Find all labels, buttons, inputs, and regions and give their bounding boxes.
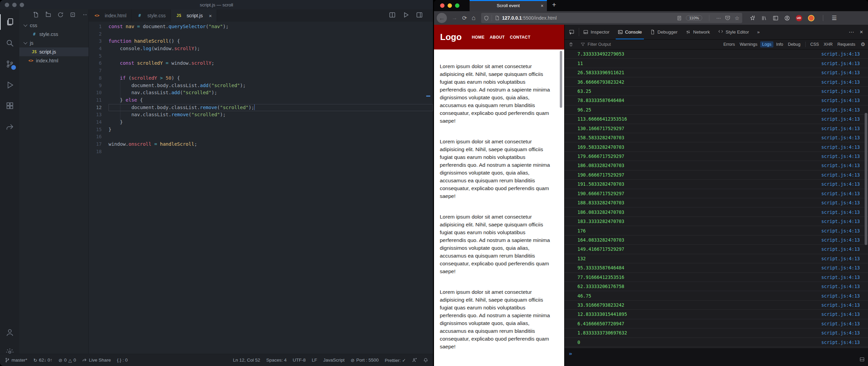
- log-source-link[interactable]: script.js:4:13: [821, 246, 868, 252]
- console-log-row[interactable]: 183.3333282470703script.js:4:13: [565, 217, 868, 226]
- layout-icon[interactable]: [416, 12, 423, 18]
- vscode-window-controls[interactable]: [5, 3, 24, 7]
- language-mode-status[interactable]: JavaScript: [323, 358, 344, 363]
- code-line-14[interactable]: 14 }: [89, 119, 433, 126]
- code-editor[interactable]: 1const nav = document.querySelector("nav…: [89, 22, 433, 354]
- encoding-status[interactable]: UTF-8: [293, 358, 305, 363]
- code-line-17[interactable]: 17window.onscroll = handleScroll;: [89, 141, 433, 148]
- run-debug-icon[interactable]: [0, 77, 19, 93]
- log-source-link[interactable]: script.js:4:13: [821, 265, 868, 270]
- menu-hamburger-icon[interactable]: ☰: [832, 15, 837, 22]
- console-log-row[interactable]: 113.66666412353516script.js:4:13: [565, 115, 868, 124]
- pick-element-icon[interactable]: [565, 25, 579, 39]
- console-log-row[interactable]: 158.5833282470703script.js:4:13: [565, 133, 868, 142]
- live-server-port-status[interactable]: ⊘ Port : 5500: [351, 358, 378, 363]
- filter-button-css[interactable]: CSS: [808, 41, 821, 47]
- filter-button-warnings[interactable]: Warnings: [737, 41, 759, 47]
- ublock-badge-icon[interactable]: UD: [796, 15, 802, 21]
- log-source-link[interactable]: script.js:4:13: [821, 163, 868, 168]
- explorer-icon[interactable]: [0, 14, 19, 30]
- new-file-icon[interactable]: [33, 12, 39, 18]
- console-log-row[interactable]: 7.333333492279053script.js:4:13: [565, 49, 868, 59]
- source-control-icon[interactable]: [0, 56, 19, 72]
- filter-button-debug[interactable]: Debug: [786, 41, 803, 47]
- refresh-explorer-icon[interactable]: [57, 12, 64, 18]
- split-console-icon[interactable]: [860, 357, 865, 363]
- console-log-row[interactable]: 36.66666793823242script.js:4:13: [565, 77, 868, 86]
- devtools-close-icon[interactable]: ✕: [860, 29, 863, 35]
- more-tools-chevron-icon[interactable]: »: [753, 25, 764, 39]
- log-source-link[interactable]: script.js:4:13: [821, 311, 868, 317]
- console-log-row[interactable]: 11script.js:4:13: [565, 59, 868, 68]
- collapse-folders-icon[interactable]: [70, 12, 76, 18]
- console-log-row[interactable]: 96.25script.js:4:13: [565, 105, 868, 115]
- code-line-3[interactable]: 3function handleScroll() {: [89, 38, 433, 45]
- site-nav-link-home[interactable]: HOME: [472, 35, 485, 40]
- log-source-link[interactable]: script.js:4:13: [821, 154, 868, 159]
- console-settings-gear-icon[interactable]: ⚙: [861, 41, 865, 47]
- log-source-link[interactable]: script.js:4:13: [821, 181, 868, 187]
- tree-item-script.js[interactable]: JSscript.js: [19, 47, 88, 56]
- code-line-9[interactable]: 9 document.body.classList.add("scrolled"…: [89, 82, 433, 89]
- console-log-row[interactable]: 33.91666793823242script.js:4:13: [565, 301, 868, 310]
- tab-close-icon[interactable]: ×: [209, 13, 212, 19]
- console-log-row[interactable]: 78.83333587646484script.js:4:13: [565, 96, 868, 105]
- devtools-meatball-menu-icon[interactable]: ⋯: [849, 29, 854, 35]
- reload-button[interactable]: ⟳: [462, 15, 467, 22]
- log-source-link[interactable]: script.js:4:13: [821, 274, 868, 280]
- reader-mode-icon[interactable]: [677, 16, 682, 21]
- log-source-link[interactable]: script.js:4:13: [821, 51, 868, 57]
- console-log-row[interactable]: 190.6666717529297script.js:4:13: [565, 189, 868, 198]
- code-line-7[interactable]: 7: [89, 67, 433, 75]
- tab-close-icon[interactable]: ×: [541, 3, 544, 8]
- new-folder-icon[interactable]: [45, 12, 52, 18]
- log-source-link[interactable]: script.js:4:13: [821, 126, 868, 131]
- log-source-link[interactable]: script.js:4:13: [821, 256, 868, 261]
- console-log-row[interactable]: 62.33333206176758script.js:4:13: [565, 282, 868, 291]
- log-source-link[interactable]: script.js:4:13: [821, 228, 868, 233]
- console-log-row[interactable]: 190.6666717529297script.js:4:13: [565, 170, 868, 180]
- editor-tab-index.html[interactable]: <>index.html: [89, 9, 132, 22]
- code-line-1[interactable]: 1const nav = document.querySelector("nav…: [89, 23, 433, 30]
- console-log-row[interactable]: 63.25script.js:4:13: [565, 87, 868, 96]
- log-source-link[interactable]: script.js:4:13: [821, 98, 868, 103]
- pocket-icon[interactable]: [725, 15, 730, 21]
- bookmark-star-icon[interactable]: ☆: [734, 15, 739, 21]
- console-log-row[interactable]: 1.8333333730697632script.js:4:13: [565, 328, 868, 338]
- tree-item-css[interactable]: css: [19, 21, 88, 30]
- git-branch-status[interactable]: master*: [5, 358, 27, 363]
- log-source-link[interactable]: script.js:4:13: [821, 200, 868, 205]
- split-editor-icon[interactable]: [389, 12, 396, 18]
- console-log-list[interactable]: 7.333333492279053script.js:4:1311script.…: [565, 49, 868, 348]
- url-bar[interactable]: 127.0.0.1:5500/index.html 110% ⋯ ☆: [481, 13, 742, 23]
- problems-status[interactable]: ⊘ 0 △ 0: [59, 358, 76, 363]
- library-icon[interactable]: [761, 15, 767, 21]
- site-nav-link-contact[interactable]: CONTACT: [510, 35, 531, 40]
- home-button[interactable]: ⌂: [472, 14, 475, 22]
- cursor-position-status[interactable]: Ln 12, Col 52: [233, 358, 260, 363]
- notifications-bell-icon[interactable]: [423, 358, 428, 363]
- eol-status[interactable]: LF: [312, 358, 317, 363]
- more-actions-icon[interactable]: [82, 12, 88, 18]
- log-source-link[interactable]: script.js:4:13: [821, 144, 868, 150]
- log-source-link[interactable]: script.js:4:13: [821, 321, 868, 326]
- console-log-row[interactable]: 164.0833282470703script.js:4:13: [565, 236, 868, 245]
- console-log-row[interactable]: 186.0833282470703script.js:4:13: [565, 207, 868, 217]
- log-source-link[interactable]: script.js:4:13: [821, 79, 868, 85]
- log-source-link[interactable]: script.js:4:13: [821, 284, 868, 289]
- code-pane[interactable]: 1const nav = document.querySelector("nav…: [89, 23, 433, 155]
- log-source-link[interactable]: script.js:4:13: [821, 135, 868, 140]
- site-nav-link-about[interactable]: ABOUT: [490, 35, 505, 40]
- console-log-row[interactable]: 188.8333282470703script.js:4:13: [565, 198, 868, 207]
- console-input-row[interactable]: »: [565, 348, 868, 366]
- run-file-icon[interactable]: [402, 12, 409, 18]
- devtools-tab-console[interactable]: Console: [614, 25, 646, 39]
- code-line-18[interactable]: 18: [89, 148, 433, 156]
- bookmark-add-icon[interactable]: [750, 15, 755, 21]
- code-line-5[interactable]: 5: [89, 53, 433, 60]
- code-line-16[interactable]: 16: [89, 133, 433, 141]
- console-log-row[interactable]: 176script.js:4:13: [565, 226, 868, 235]
- log-source-link[interactable]: script.js:4:13: [821, 107, 868, 113]
- duckduckgo-icon[interactable]: [808, 15, 814, 21]
- zoom-level-button[interactable]: 110%: [686, 15, 703, 21]
